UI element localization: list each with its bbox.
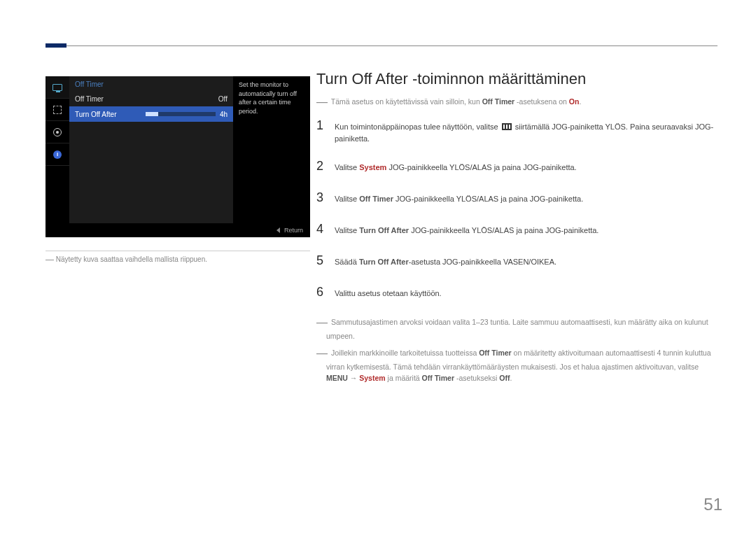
t-off: Off [499,374,510,382]
steps-list: 1 Kun toimintonäppäinopas tulee näyttöön… [316,116,719,302]
step-3: 3 Valitse Off Timer JOG-painikkeella YLÖ… [316,188,719,207]
sidebar-info-icon: i [46,143,69,166]
footnote-2: ― Joillekin markkinoille tarkoitetuissa … [316,345,719,384]
t: ja määritä [386,374,422,382]
note-on: On [569,97,580,106]
menu-grid-icon [502,123,512,130]
note-text: Tämä asetus on käytettävissä vain silloi… [331,97,482,106]
dashed-square-icon [53,106,62,114]
step-number: 6 [316,283,325,302]
t: Valitse [335,163,359,171]
main-content: Turn Off After -toiminnon määrittäminen … [316,70,719,386]
osd-row-label: Turn Off After [75,111,116,118]
t-bold: Turn Off After [359,226,409,234]
osd-row-value: 4h [220,111,227,118]
footnote-1: ― Sammutusajastimen arvoksi voidaan vali… [316,314,719,342]
osd-sidebar: i [46,76,69,223]
header-accent [46,43,66,48]
osd-footer-label: Return [284,227,303,234]
gear-icon [53,128,62,136]
step-text: Valitse Off Timer JOG-painikkeella YLÖS/… [335,193,583,205]
t: JOG-painikkeella YLÖS/ALAS ja paina JOG-… [409,226,598,234]
t-system: System [359,374,385,382]
monitor-icon [52,84,62,91]
step-number: 4 [316,220,325,239]
osd-menu-title: Off Timer [69,76,233,91]
step-number: 1 [316,116,325,135]
sidebar-system-icon [46,121,69,143]
step-text: Valitse System JOG-painikkeella YLÖS/ALA… [335,162,577,174]
intro-note: ― Tämä asetus on käytettävissä vain sill… [316,94,719,111]
osd-row-offtimer: Off Timer Off [69,91,233,106]
info-icon: i [53,150,62,159]
osd-screenshot: i Off Timer Off Timer Off Turn Off After… [46,76,310,237]
note-text: . [579,97,581,106]
step-number: 3 [316,188,325,207]
caption-rule [46,251,310,251]
t: -asetusta JOG-painikkeella VASEN/OIKEA. [409,258,556,266]
t-bold: Off Timer [359,195,393,203]
t-bold: Turn Off After [359,258,409,266]
t: Säädä [335,258,359,266]
t: JOG-painikkeella YLÖS/ALAS ja paina JOG-… [386,163,576,171]
t-arrow: → [348,374,359,382]
step-6: 6 Valittu asetus otetaan käyttöön. [316,283,719,302]
step-text: Valittu asetus otetaan käyttöön. [335,288,442,300]
back-arrow-icon [276,227,280,233]
t-bold: Off Timer [422,374,454,382]
header-rule [46,45,718,46]
t-menu: MENU [326,374,348,382]
caption-text: Näytetty kuva saattaa vaihdella mallista… [56,255,207,263]
osd-row-turnoffafter: Turn Off After 4h [69,106,233,122]
image-caption: ― Näytetty kuva saattaa vaihdella mallis… [46,255,207,265]
note-text: -asetuksena on [514,97,569,106]
sidebar-display-icon [46,99,69,121]
t-bold: Off Timer [479,349,511,357]
step-2: 2 Valitse System JOG-painikkeella YLÖS/A… [316,157,719,176]
t: Valitse [335,195,359,203]
t: Valitse [335,226,359,234]
osd-slider [146,112,216,116]
osd-row-value: Off [218,95,227,103]
t: . [510,374,512,382]
step-number: 5 [316,251,325,270]
step-text: Valitse Turn Off After JOG-painikkeella … [335,225,598,237]
t: JOG-painikkeella YLÖS/ALAS ja paina JOG-… [393,195,583,203]
osd-body: i Off Timer Off Timer Off Turn Off After… [46,76,310,223]
step-number: 2 [316,157,325,176]
osd-slider-fill [146,112,158,116]
page-number: 51 [704,495,722,514]
step-5: 5 Säädä Turn Off After-asetusta JOG-pain… [316,251,719,270]
step-4: 4 Valitse Turn Off After JOG-painikkeell… [316,220,719,239]
osd-menu: Off Timer Off Timer Off Turn Off After 4… [69,76,233,223]
step-text: Säädä Turn Off After-asetusta JOG-painik… [335,256,556,268]
step-text: Kun toimintonäppäinopas tulee näyttöön, … [335,121,719,144]
osd-description: Set the monitor to automatically turn of… [233,76,310,223]
osd-footer: Return [46,223,310,237]
note-bold: Off Timer [482,97,514,106]
t: Kun toimintonäppäinopas tulee näyttöön, … [335,122,500,131]
osd-row-label: Off Timer [75,95,104,103]
t-system: System [359,163,386,171]
sidebar-picture-icon [46,76,69,99]
t: -asetukseksi [454,374,499,382]
note-text: Sammutusajastimen arvoksi voidaan valita… [326,318,708,340]
step-1: 1 Kun toimintonäppäinopas tulee näyttöön… [316,116,719,144]
page-title: Turn Off After -toiminnon määrittäminen [316,70,719,88]
osd-row-right: 4h [146,111,227,118]
t: Joillekin markkinoille tarkoitetuissa tu… [331,349,479,357]
